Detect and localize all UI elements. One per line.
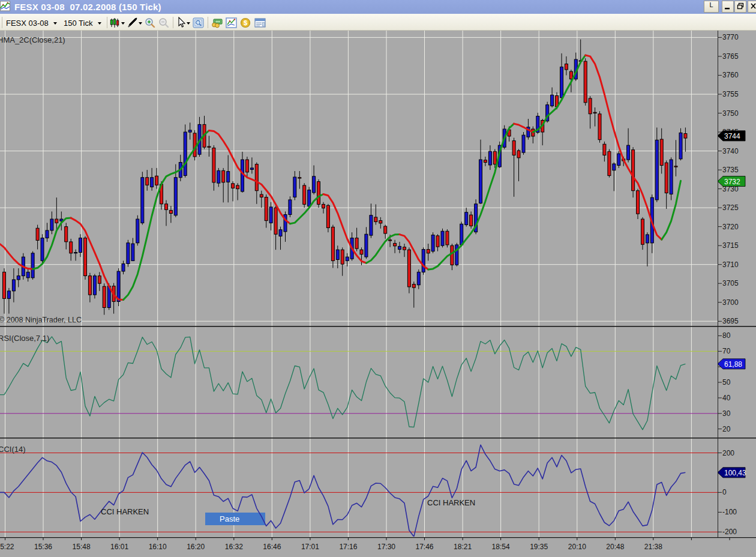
svg-text:3705: 3705 <box>722 279 739 288</box>
svg-text:3700: 3700 <box>722 298 739 307</box>
svg-text:3750: 3750 <box>722 109 739 118</box>
svg-text:Paste: Paste <box>220 514 239 523</box>
svg-text:20: 20 <box>722 425 731 433</box>
svg-text:3720: 3720 <box>722 223 739 231</box>
svg-text:17:01: 17:01 <box>301 543 319 551</box>
svg-text:17:46: 17:46 <box>415 543 433 551</box>
svg-text:15:36: 15:36 <box>34 543 52 551</box>
svg-text:200: 200 <box>722 449 734 457</box>
svg-text:16:32: 16:32 <box>225 543 243 551</box>
svg-text:30: 30 <box>722 409 731 418</box>
svg-text:3770: 3770 <box>722 33 739 41</box>
svg-text:© 2008 NinjaTrader, LLC: © 2008 NinjaTrader, LLC <box>0 316 82 324</box>
svg-text:3710: 3710 <box>722 260 739 269</box>
svg-text:16:10: 16:10 <box>149 543 167 551</box>
svg-text:17:16: 17:16 <box>339 543 357 551</box>
svg-text:21:38: 21:38 <box>644 543 662 551</box>
svg-text:-200: -200 <box>722 528 737 536</box>
svg-text:16:01: 16:01 <box>110 543 128 551</box>
svg-text:$: $ <box>244 19 247 26</box>
svg-text:20:48: 20:48 <box>606 543 624 551</box>
svg-text:19:35: 19:35 <box>530 543 548 551</box>
svg-text:3735: 3735 <box>722 166 739 174</box>
svg-text:-100: -100 <box>722 508 737 516</box>
svg-text:3695: 3695 <box>722 317 739 325</box>
svg-text:CCI(14): CCI(14) <box>0 445 26 454</box>
svg-text:HMA_2C(Close,21): HMA_2C(Close,21) <box>0 35 65 44</box>
svg-text:17:30: 17:30 <box>377 543 395 551</box>
svg-text:3744: 3744 <box>724 132 740 140</box>
svg-text:20:10: 20:10 <box>568 543 586 551</box>
svg-text:3732: 3732 <box>724 178 740 186</box>
svg-text:18:54: 18:54 <box>492 543 510 551</box>
svg-text:0: 0 <box>722 488 727 496</box>
svg-text:18:21: 18:21 <box>454 543 472 551</box>
svg-text:15:22: 15:22 <box>0 543 14 551</box>
svg-text:16:20: 16:20 <box>187 543 205 551</box>
svg-text:61,88: 61,88 <box>724 360 742 369</box>
svg-text:40: 40 <box>722 394 731 402</box>
svg-text:CCI HARKEN: CCI HARKEN <box>427 498 475 507</box>
svg-text:3725: 3725 <box>722 203 739 212</box>
svg-text:3755: 3755 <box>722 90 739 98</box>
svg-text:3715: 3715 <box>722 241 739 250</box>
svg-text:RSI(Close,7,1): RSI(Close,7,1) <box>0 334 49 343</box>
svg-text:3765: 3765 <box>722 52 739 61</box>
svg-text:3760: 3760 <box>722 71 739 79</box>
svg-text:15:48: 15:48 <box>73 543 91 551</box>
svg-text:16:46: 16:46 <box>263 543 281 551</box>
svg-text:70: 70 <box>722 347 731 355</box>
svg-text:3740: 3740 <box>722 147 739 155</box>
svg-text:CCI HARKEN: CCI HARKEN <box>101 507 149 516</box>
svg-text:50: 50 <box>722 378 731 387</box>
svg-text:100,43: 100,43 <box>724 469 746 477</box>
svg-text:80: 80 <box>722 331 731 340</box>
